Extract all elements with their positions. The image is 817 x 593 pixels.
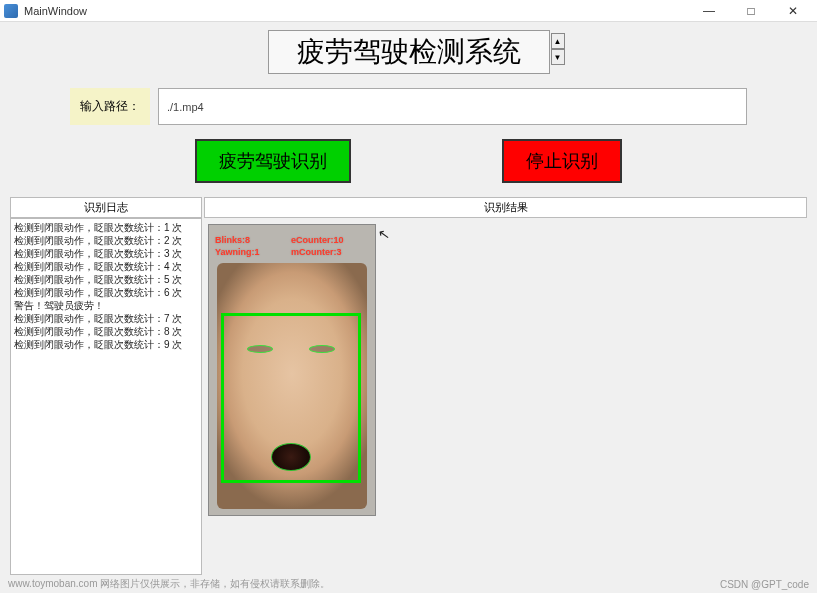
video-frame: Blinks:8 Yawning:1 eCounter:10 mCounter:… [208,224,376,516]
overlay-ecounter: eCounter:10 [291,235,344,245]
log-line: 检测到闭眼动作，眨眼次数统计：7 次 [14,312,198,325]
log-line: 检测到闭眼动作，眨眼次数统计：3 次 [14,247,198,260]
tab-result[interactable]: 识别结果 [204,197,807,218]
window-title: MainWindow [24,5,689,17]
mouth-marker [271,443,311,471]
log-line: 检测到闭眼动作，眨眼次数统计：1 次 [14,221,198,234]
minimize-button[interactable]: — [689,1,729,21]
panels-header: 识别日志 识别结果 [10,197,807,218]
app-title: 疲劳驾驶检测系统 ▲ ▼ [268,30,550,74]
log-line: 检测到闭眼动作，眨眼次数统计：6 次 [14,286,198,299]
button-row: 疲劳驾驶识别 停止识别 [10,139,807,183]
tab-log[interactable]: 识别日志 [10,197,202,218]
overlay-mcounter: mCounter:3 [291,247,342,257]
main-content: 疲劳驾驶检测系统 ▲ ▼ 输入路径： 疲劳驾驶识别 停止识别 识别日志 识别结果… [0,22,817,575]
title-spinner: ▲ ▼ [551,33,565,65]
spinner-up-icon[interactable]: ▲ [551,33,565,49]
close-button[interactable]: ✕ [773,1,813,21]
path-input[interactable] [158,88,747,125]
maximize-button[interactable]: □ [731,1,771,21]
recognize-button[interactable]: 疲劳驾驶识别 [195,139,351,183]
titlebar: MainWindow — □ ✕ [0,0,817,22]
panels-body: 检测到闭眼动作，眨眼次数统计：1 次 检测到闭眼动作，眨眼次数统计：2 次 检测… [10,218,807,575]
app-title-row: 疲劳驾驶检测系统 ▲ ▼ [10,30,807,74]
overlay-blinks: Blinks:8 [215,235,250,245]
footer-left: www.toymoban.com 网络图片仅供展示，非存储，如有侵权请联系删除。 [8,577,330,591]
input-row: 输入路径： [70,88,747,125]
window-controls: — □ ✕ [689,1,813,21]
stop-button[interactable]: 停止识别 [502,139,622,183]
spinner-down-icon[interactable]: ▼ [551,49,565,65]
log-line: 检测到闭眼动作，眨眼次数统计：9 次 [14,338,198,351]
app-icon [4,4,18,18]
log-line: 检测到闭眼动作，眨眼次数统计：4 次 [14,260,198,273]
log-line: 检测到闭眼动作，眨眼次数统计：2 次 [14,234,198,247]
path-label: 输入路径： [70,88,150,125]
log-panel: 检测到闭眼动作，眨眼次数统计：1 次 检测到闭眼动作，眨眼次数统计：2 次 检测… [10,218,202,575]
log-line: 检测到闭眼动作，眨眼次数统计：8 次 [14,325,198,338]
log-line: 检测到闭眼动作，眨眼次数统计：5 次 [14,273,198,286]
eye-left-marker [247,345,273,353]
footer: www.toymoban.com 网络图片仅供展示，非存储，如有侵权请联系删除。… [0,575,817,593]
footer-right: CSDN @GPT_code [720,579,809,590]
result-panel: Blinks:8 Yawning:1 eCounter:10 mCounter:… [208,218,807,575]
log-line: 警告！驾驶员疲劳！ [14,299,198,312]
app-title-text: 疲劳驾驶检测系统 [297,36,521,67]
overlay-yawning: Yawning:1 [215,247,260,257]
eye-right-marker [309,345,335,353]
